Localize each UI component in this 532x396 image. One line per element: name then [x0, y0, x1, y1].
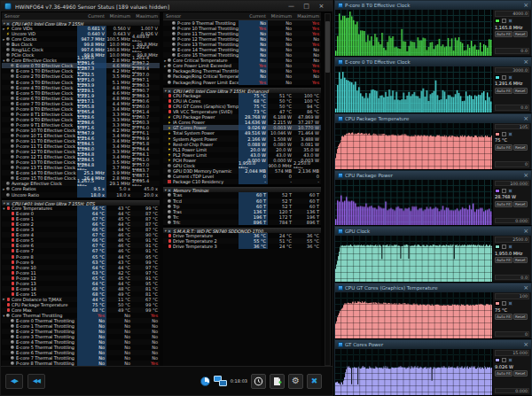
- thermometer-icon: [168, 234, 171, 237]
- graph-titlebar[interactable]: GT Cores Power×: [335, 340, 531, 349]
- sensor-icon: [172, 48, 176, 51]
- checkbox-icon[interactable]: [502, 245, 506, 249]
- graph-close-icon[interactable]: ×: [523, 115, 528, 122]
- background-color-swatch[interactable]: [508, 189, 512, 193]
- sensor-icon: [168, 221, 171, 224]
- graph-plot-area: [335, 180, 492, 226]
- graph-current-value: 1,291.6 MHz: [495, 81, 529, 86]
- reset-button[interactable]: Reset: [513, 370, 528, 377]
- sensor-icon: [11, 176, 14, 180]
- exit-button[interactable]: ✖: [307, 374, 322, 389]
- graph-titlebar[interactable]: CPU GT Cores (Graphics) Temperature×: [335, 283, 531, 292]
- report-button[interactable]: [270, 374, 285, 389]
- sensor-icon: [6, 187, 10, 190]
- checkbox-icon[interactable]: [502, 189, 506, 193]
- graph-titlebar[interactable]: P-core 8 T0 Effective Clock×: [335, 1, 531, 10]
- value-max: Yes: [293, 80, 321, 85]
- background-color-swatch[interactable]: [508, 75, 512, 80]
- sensor-row[interactable]: Drive Temperature 336 °C24 °C36 °C: [163, 244, 321, 249]
- thermometer-icon: [12, 292, 14, 296]
- auto-fit-button[interactable]: Auto Fit: [495, 31, 512, 37]
- graph-titlebar[interactable]: CPU Package Power×: [335, 171, 531, 180]
- graph-close-icon[interactable]: ×: [523, 228, 528, 235]
- sensor-icon: [11, 351, 14, 354]
- reset-button[interactable]: Reset: [513, 88, 528, 94]
- checkbox-icon[interactable]: [502, 75, 506, 80]
- column-nav-right-button[interactable]: ◀◀: [27, 374, 45, 389]
- graph-close-icon[interactable]: ×: [523, 284, 528, 291]
- thermometer-icon: [7, 206, 10, 210]
- column-nav-left-button[interactable]: ◀▶: [5, 374, 23, 389]
- maximize-button[interactable]: □: [299, 1, 314, 12]
- graph-close-icon[interactable]: ×: [523, 172, 528, 179]
- background-color-swatch[interactable]: [508, 245, 512, 249]
- sensor-icon: [11, 102, 14, 105]
- graph-ymax-label: 4000.0: [495, 11, 529, 17]
- graph-ymin-label: 0.0: [495, 105, 529, 111]
- sensor-icon: [172, 43, 176, 46]
- sensor-icon: [11, 150, 14, 153]
- auto-fit-button[interactable]: Auto Fit: [495, 370, 512, 377]
- power-icon: [6, 27, 10, 30]
- background-color-swatch[interactable]: [508, 132, 512, 136]
- sensor-row[interactable]: Package/Ring Power Limit ExceededYesNoYe…: [163, 80, 321, 85]
- sensor-row[interactable]: Uncore Ratio18.0 x18.0 x20.0 x: [2, 192, 160, 198]
- session-time: 0:18:03: [231, 378, 247, 384]
- minimize-button[interactable]: —: [284, 1, 299, 12]
- scrollbar-thumb[interactable]: [325, 21, 330, 73]
- background-color-swatch[interactable]: [508, 301, 512, 306]
- graph-ymax-label: 3000.0: [495, 67, 529, 74]
- sensor-icon: [11, 134, 14, 137]
- chip-icon: [168, 189, 171, 192]
- checkbox-icon[interactable]: [502, 358, 506, 362]
- graph-icon: [338, 173, 343, 178]
- auto-fit-button[interactable]: Auto Fit: [495, 257, 512, 263]
- header-current: Current: [239, 13, 268, 19]
- graph-window: GPU Clock×2500.01,950.0 MHzAuto FitReset…: [334, 226, 532, 283]
- sensor-panel-left: Sensor Current Minimum Maximum ▾CPU [#0]…: [2, 12, 160, 367]
- graph-close-icon[interactable]: ×: [523, 58, 528, 66]
- graph-window: CPU Package Power×100.00028.768 WAuto Fi…: [334, 170, 532, 227]
- thermometer-icon: [7, 303, 10, 307]
- graph-ymax-label: 2500.0: [495, 237, 529, 243]
- sensor-row[interactable]: Trfc896 T784 T896 T: [163, 220, 321, 225]
- vertical-scrollbar[interactable]: [325, 13, 331, 366]
- screen: HWiNFO64 v7.36-4960 Sensor Status [189 v…: [0, 0, 532, 396]
- thermometer-icon: [168, 110, 171, 113]
- dual-monitor-icon[interactable]: [214, 376, 227, 386]
- checkbox-icon[interactable]: [502, 132, 506, 136]
- sensor-icon: [11, 97, 14, 100]
- settings-button[interactable]: ⚙: [288, 374, 303, 389]
- reset-button[interactable]: Reset: [513, 31, 528, 37]
- auto-fit-button[interactable]: Auto Fit: [495, 201, 512, 207]
- graph-titlebar[interactable]: E-core 0 T0 Effective Clock×: [335, 58, 531, 66]
- sensor-row[interactable]: Package C10 Residency---: [163, 179, 321, 184]
- auto-fit-button[interactable]: Auto Fit: [495, 88, 512, 94]
- pie-chart-icon[interactable]: [200, 377, 210, 386]
- reset-button[interactable]: Reset: [513, 314, 528, 320]
- reset-button[interactable]: Reset: [513, 201, 528, 207]
- graph-close-icon[interactable]: ×: [523, 341, 528, 348]
- auto-fit-button[interactable]: Auto Fit: [495, 144, 512, 151]
- graph-plot-area: [335, 349, 492, 395]
- reset-button[interactable]: Reset: [513, 257, 528, 263]
- graph-titlebar[interactable]: CPU Package Temperature×: [335, 114, 531, 123]
- background-color-swatch[interactable]: [508, 19, 512, 23]
- thermometer-icon: [12, 260, 14, 264]
- checkbox-icon[interactable]: [502, 301, 506, 306]
- sensor-icon: [11, 139, 14, 143]
- graph-icon: [338, 59, 343, 65]
- window-titlebar[interactable]: HWiNFO64 v7.36-4960 Sensor Status [189 v…: [1, 1, 332, 12]
- clock-button[interactable]: [251, 374, 266, 389]
- graph-titlebar[interactable]: GPU Clock×: [335, 227, 531, 236]
- graph-icon: [338, 229, 343, 234]
- sensor-icon: [11, 118, 14, 121]
- graph-plot-area: [335, 10, 492, 56]
- auto-fit-button[interactable]: Auto Fit: [495, 314, 512, 320]
- background-color-swatch[interactable]: [508, 358, 512, 362]
- checkbox-icon[interactable]: [502, 19, 506, 23]
- close-button[interactable]: ×: [314, 1, 329, 12]
- graph-close-icon[interactable]: ×: [523, 2, 528, 9]
- sensor-icon: [11, 128, 14, 132]
- reset-button[interactable]: Reset: [513, 144, 528, 151]
